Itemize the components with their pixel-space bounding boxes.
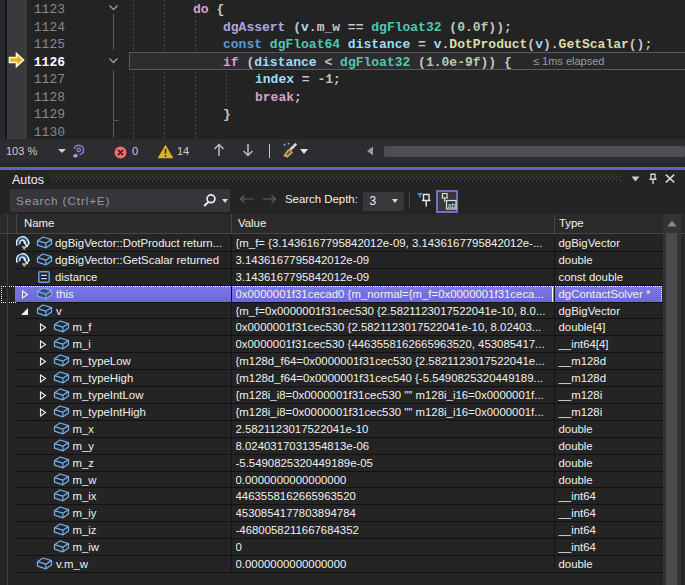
svg-text:ab: ab: [448, 202, 456, 209]
